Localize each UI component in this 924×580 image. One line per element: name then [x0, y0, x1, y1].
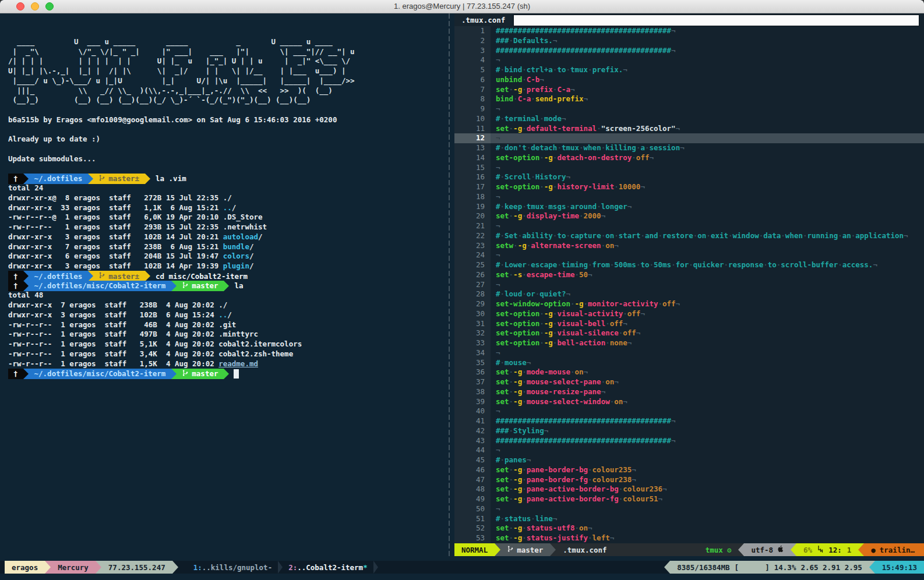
terminal-line: drwxr-xr-x 3 eragos staff 102B 14 Apr 19… [8, 261, 447, 271]
tmux-pane-border[interactable] [449, 13, 450, 556]
terminal-line [8, 105, 447, 115]
line-number-gutter: 41 [454, 416, 491, 426]
terminal-line: -rw-r--r-- 1 eragos staff 1,5K 4 Aug 20:… [8, 359, 447, 369]
powerline-arrow [738, 543, 744, 556]
powerline-arrow [869, 561, 875, 574]
terminal-line [8, 144, 447, 154]
titlebar[interactable]: 1. eragos@Mercury | 77.23.155.247 (sh) [0, 0, 924, 13]
vim-line: 16#·Scroll·History¬ [454, 172, 924, 182]
line-number-icon [817, 545, 823, 554]
vim-line: 23setw·-g·alternate-screen·on¬ [454, 241, 924, 251]
vim-line: 7set·-g·prefix·C-a¬ [454, 85, 924, 95]
line-number-gutter: 50 [454, 504, 491, 514]
vim-line: 24¬ [454, 250, 924, 260]
vim-line: 44¬ [454, 445, 924, 455]
line-number-gutter: 16 [454, 172, 491, 182]
vim-line: 41######################################… [454, 416, 924, 426]
tmux-window-2[interactable]: 2:..Cobalt2-iterm* [283, 563, 373, 572]
column-number: 1 [847, 546, 852, 554]
line-number-gutter: 33 [454, 338, 491, 348]
branch-icon [182, 281, 189, 291]
vim-line: 45#·panes¬ [454, 455, 924, 465]
vim-line: 42###·Styling¬ [454, 426, 924, 436]
line-number-gutter: 35 [454, 358, 491, 368]
vim-line: 53set·-g·status-justify·left¬ [454, 533, 924, 543]
vim-line: 49set·-g·pane-active-border-fg·colour51¬ [454, 494, 924, 504]
terminal-line: drwxr-xr-x 33 eragos staff 1,1K 6 Aug 15… [8, 203, 447, 213]
vim-pane[interactable]: .tmux.conf 1############################… [454, 13, 924, 556]
vim-line: 51#·status·line¬ [454, 514, 924, 524]
scroll-percent: 6% [803, 546, 812, 554]
line-number-gutter: 51 [454, 514, 491, 524]
prompt-path: ~/.dotfiles/misc/Cobalt2-iterm [29, 369, 172, 379]
line-number-gutter: 32 [454, 328, 491, 338]
tmux-status-bar: eragos Mercury 77.23.155.247 1:..kills/g… [0, 561, 924, 574]
tmux-window-1[interactable]: 1:..kills/gnuplot- [188, 563, 278, 572]
load-average: 2.65 2.91 2.95 [800, 563, 862, 572]
line-number-gutter: 48 [454, 484, 491, 494]
prompt-path: ~/.dotfiles/misc/Cobalt2-iterm [29, 281, 172, 291]
tmux-ip-address: 77.23.155.247 [101, 561, 172, 574]
tmux-session-user: eragos [5, 561, 45, 574]
vim-line: 25#·Lower·escape·timing·from·500ms·to·50… [454, 260, 924, 270]
zoom-button[interactable] [45, 2, 54, 10]
vim-tab-filename[interactable]: .tmux.conf [454, 13, 512, 26]
shell-command: la .vim [156, 174, 186, 183]
shell-pane[interactable]: ____ U ___ u _____ _____ _ U _____ u ___… [0, 13, 447, 556]
shell-prompt: †~/.dotfilesmaster±la .vim [8, 174, 447, 183]
line-number: 12: [828, 546, 842, 554]
vim-line: 17set-option·-g·history-limit·10000¬ [454, 182, 924, 192]
vim-line: 35#·mouse¬ [454, 358, 924, 368]
shell-command: la [234, 281, 243, 290]
vim-buffer[interactable]: 1#######################################… [454, 26, 924, 543]
vim-line: 9¬ [454, 104, 924, 114]
app-label: tmux [706, 546, 723, 554]
memory-meter: [ ] [735, 563, 770, 572]
terminal-line: -rw-r--r-- 1 eragos staff 46B 4 Aug 20:0… [8, 320, 447, 330]
line-number-gutter: 42 [454, 426, 491, 436]
line-number-gutter: 18 [454, 192, 491, 202]
ascii-art-line: |||_ \\ _// \\_ )(\\,-.-,_|___|_,-.// \\… [8, 86, 447, 96]
vim-line: 18¬ [454, 192, 924, 202]
minimize-button[interactable] [31, 2, 39, 10]
terminal-line: -rw-r--r-- 1 eragos staff 5,1K 4 Aug 20:… [8, 339, 447, 349]
line-number-gutter: 3 [454, 46, 491, 56]
ascii-art-line: (__)_) (__) (__) (__)(__)(_/ \_)-´ `-(_/… [8, 96, 447, 105]
vim-line: 5#·bind·ctrl+a·to·tmux·prefix.¬ [454, 65, 924, 75]
vim-mode-indicator: NORMAL [454, 543, 495, 556]
vim-line: 39set·-g·mouse-select-window·on¬ [454, 397, 924, 407]
terminal-line [8, 164, 447, 174]
warning-dot-icon: ● [871, 546, 876, 554]
line-number-gutter: 10 [454, 114, 491, 124]
line-number-gutter: 24 [454, 250, 491, 260]
line-number-gutter: 49 [454, 494, 491, 504]
line-number-gutter: 20 [454, 211, 491, 221]
vim-line: 46set·-g·pane-border-bg·colour235¬ [454, 465, 924, 475]
readme-link[interactable]: readme.md [218, 359, 258, 368]
vim-line: 26set·-s·escape-time·50¬ [454, 270, 924, 280]
prompt-status-icon: † [8, 174, 23, 184]
branch-icon [99, 271, 105, 281]
line-number-gutter: 8 [454, 94, 491, 104]
vim-line: 6unbind·C-b¬ [454, 75, 924, 85]
line-number-gutter: 43 [454, 436, 491, 446]
terminal-line: -rw-r--r--@ 1 eragos staff 6,0K 19 Apr 2… [8, 213, 447, 222]
terminal-line: -rw-r--r-- 1 eragos staff 3,4K 4 Aug 20:… [8, 349, 447, 359]
close-button[interactable] [16, 2, 24, 10]
line-number-gutter: 52 [454, 524, 491, 533]
prompt-git-branch: master [177, 369, 224, 379]
vim-line: 31set-option·-g·visual-bell·off¬ [454, 319, 924, 329]
line-number-gutter: 27 [454, 280, 491, 290]
vim-line: 2###·Defaults.¬ [454, 36, 924, 46]
terminal-line: -rw-r--r-- 1 eragos staff 497B 4 Aug 20:… [8, 330, 447, 339]
vim-branch-label: master [517, 546, 543, 554]
vim-line: 30set-option·-g·visual-activity·off¬ [454, 309, 924, 319]
line-number-gutter: 44 [454, 445, 491, 455]
terminal-cursor[interactable] [234, 369, 239, 379]
memory-usage: 8385/16384MB [677, 563, 729, 572]
vim-git-branch: master [500, 543, 550, 556]
prompt-git-branch: master [177, 281, 224, 291]
vim-line: 21¬ [454, 221, 924, 231]
line-number-gutter: 29 [454, 299, 491, 309]
vim-line: 36set·-g·mode-mouse·on¬ [454, 367, 924, 377]
